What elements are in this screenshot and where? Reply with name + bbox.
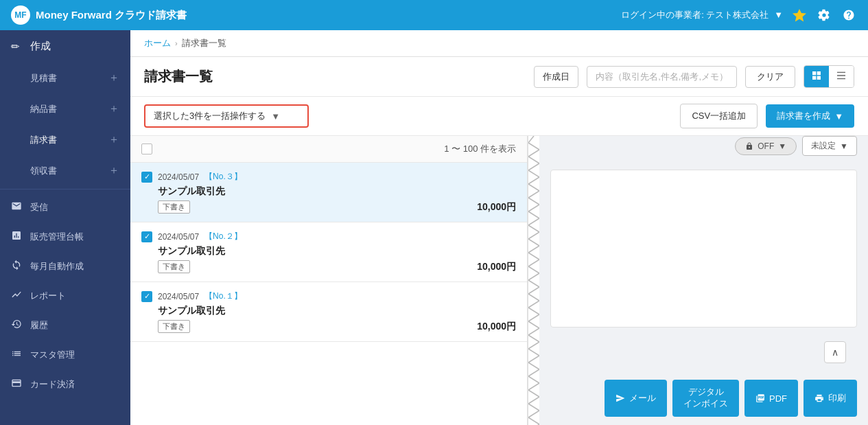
bulk-select-dropdown[interactable]: 選択した3件を一括操作する ▼ <box>144 104 309 128</box>
page-title: 請求書一覧 <box>144 67 213 86</box>
estimate-plus[interactable]: ＋ <box>108 71 119 85</box>
invoice-item-2-status: 下書き <box>158 260 190 273</box>
detail-panel: OFF ▼ 未設定 ▼ ∧ <box>539 136 868 425</box>
sidebar-label-received: 受信 <box>30 201 119 214</box>
sidebar-item-received[interactable]: 受信 <box>0 192 130 222</box>
sidebar-item-create[interactable]: ✏ 作成 <box>0 30 130 62</box>
filter-date-button[interactable]: 作成日 <box>534 66 578 88</box>
sidebar-item-delivery[interactable]: 納品書 ＋ <box>0 93 130 124</box>
sales-icon <box>11 230 25 243</box>
sidebar-label-delivery: 納品書 <box>30 103 108 115</box>
master-icon <box>11 348 25 361</box>
sidebar-item-receipt[interactable]: 領収書 ＋ <box>0 155 130 186</box>
delivery-plus[interactable]: ＋ <box>108 102 119 116</box>
invoice-item-3-client: サンプル取引先 <box>141 305 516 317</box>
digital-invoice-button[interactable]: デジタルインボイス <box>672 380 739 417</box>
receipt-plus[interactable]: ＋ <box>108 163 119 178</box>
breadcrumb-current: 請求書一覧 <box>182 37 226 49</box>
list-panel: 1 〜 100 件を表示 2024/05/07 【No.３】 サンプル取引先 下… <box>130 136 528 425</box>
sidebar-label-auto: 毎月自動作成 <box>30 260 119 273</box>
report-icon <box>11 289 25 302</box>
sidebar-item-card[interactable]: カード決済 <box>0 369 130 399</box>
mail-button[interactable]: メール <box>605 380 667 417</box>
invoice-item-2-footer: 下書き 10,000円 <box>141 260 516 273</box>
content-area: ホーム › 請求書一覧 請求書一覧 作成日 内容（取引先名,件名,備考,メモ） … <box>130 30 868 425</box>
sidebar-item-auto[interactable]: 毎月自動作成 <box>0 251 130 281</box>
filter-unsettled-dropdown[interactable]: 未設定 ▼ <box>802 136 857 156</box>
sidebar-item-master[interactable]: マスタ管理 <box>0 340 130 369</box>
company-chevron[interactable]: ▼ <box>774 10 783 20</box>
csv-button[interactable]: CSV一括追加 <box>680 104 758 128</box>
invoice-item-2-checkbox[interactable] <box>141 231 152 242</box>
sidebar-item-invoice[interactable]: 請求書 ＋ <box>0 124 130 155</box>
view-grid-button[interactable] <box>804 66 829 87</box>
two-panel: 1 〜 100 件を表示 2024/05/07 【No.３】 サンプル取引先 下… <box>130 136 868 425</box>
invoice-item-3-status: 下書き <box>158 320 190 333</box>
invoice-list: 2024/05/07 【No.３】 サンプル取引先 下書き 10,000円 <box>130 163 527 425</box>
create-invoice-label: 請求書を作成 <box>777 110 830 122</box>
badge-icon[interactable] <box>791 7 808 23</box>
select-all-checkbox[interactable] <box>141 143 152 154</box>
chevron-up-container: ∧ <box>539 333 868 371</box>
invoice-item-1-footer: 下書き 10,000円 <box>141 200 516 214</box>
user-info: ログイン中の事業者: テスト株式会社 ▼ <box>621 9 783 21</box>
sidebar: ✏ 作成 見積書 ＋ 納品書 ＋ 請求書 ＋ 領収書 ＋ 受信 <box>0 30 130 425</box>
sidebar-item-sales[interactable]: 販売管理台帳 <box>0 222 130 251</box>
mail-button-label: メール <box>629 392 656 404</box>
page-header: 請求書一覧 作成日 内容（取引先名,件名,備考,メモ） クリア <box>130 57 868 97</box>
chevron-up-button[interactable]: ∧ <box>824 341 846 363</box>
history-icon <box>11 319 25 332</box>
invoice-item-3-header: 2024/05/07 【No.１】 <box>141 290 516 302</box>
view-toggle <box>804 65 854 88</box>
clear-button[interactable]: クリア <box>745 66 795 88</box>
pdf-button[interactable]: PDF <box>744 380 798 417</box>
invoice-item-1-status: 下書き <box>158 200 190 214</box>
invoice-item-2-amount: 10,000円 <box>477 261 516 273</box>
filter-off-label: OFF <box>758 141 774 151</box>
main-layout: ✏ 作成 見積書 ＋ 納品書 ＋ 請求書 ＋ 領収書 ＋ 受信 <box>0 30 868 425</box>
list-count: 1 〜 100 件を表示 <box>444 143 516 155</box>
sidebar-label-history: 履歴 <box>30 319 119 332</box>
print-button[interactable]: 印刷 <box>804 380 857 417</box>
sidebar-item-history[interactable]: 履歴 <box>0 310 130 340</box>
invoice-item-1-date: 2024/05/07 <box>158 172 199 182</box>
card-icon <box>11 378 25 391</box>
invoice-item-3-footer: 下書き 10,000円 <box>141 320 516 333</box>
filter-off-toggle[interactable]: OFF ▼ <box>735 137 797 155</box>
action-bar: 選択した3件を一括操作する ▼ CSV一括追加 請求書を作成 ▼ <box>130 97 868 136</box>
invoice-item-2[interactable]: 2024/05/07 【No.２】 サンプル取引先 下書き 10,000円 <box>130 222 527 282</box>
invoice-item-3-checkbox[interactable] <box>141 291 152 302</box>
logo-icon: MF <box>11 5 30 25</box>
invoice-item-2-no: 【No.２】 <box>204 231 242 242</box>
breadcrumb-separator: › <box>175 39 178 47</box>
sidebar-label-invoice: 請求書 <box>30 134 108 146</box>
invoice-item-1[interactable]: 2024/05/07 【No.３】 サンプル取引先 下書き 10,000円 <box>130 163 527 222</box>
sidebar-label-report: レポート <box>30 290 119 302</box>
action-buttons-row: メール デジタルインボイス PDF 印刷 <box>539 371 868 425</box>
invoice-item-3[interactable]: 2024/05/07 【No.１】 サンプル取引先 下書き 10,000円 <box>130 282 527 342</box>
invoice-plus[interactable]: ＋ <box>108 133 119 147</box>
invoice-item-3-amount: 10,000円 <box>477 321 516 333</box>
create-invoice-chevron: ▼ <box>834 111 843 122</box>
sidebar-label-create: 作成 <box>30 40 119 53</box>
bulk-chevron-icon: ▼ <box>271 111 280 122</box>
sidebar-item-estimate[interactable]: 見積書 ＋ <box>0 62 130 93</box>
invoice-item-1-amount: 10,000円 <box>477 201 516 214</box>
invoice-item-1-checkbox[interactable] <box>141 172 152 183</box>
breadcrumb-home[interactable]: ホーム <box>144 37 171 49</box>
create-invoice-button[interactable]: 請求書を作成 ▼ <box>766 104 854 128</box>
view-list-button[interactable] <box>829 66 854 87</box>
settings-icon[interactable] <box>816 7 832 23</box>
filter-unsettled-chevron: ▼ <box>840 141 848 151</box>
help-icon[interactable] <box>841 7 857 23</box>
invoice-item-2-header: 2024/05/07 【No.２】 <box>141 231 516 242</box>
sidebar-label-estimate: 見積書 <box>30 72 108 84</box>
filter-unsettled-label: 未設定 <box>811 140 836 152</box>
sidebar-item-report[interactable]: レポート <box>0 281 130 310</box>
invoice-item-3-date: 2024/05/07 <box>158 292 199 301</box>
create-icon: ✏ <box>11 41 25 53</box>
sidebar-label-card: カード決済 <box>30 378 119 391</box>
filter-off-chevron: ▼ <box>778 141 786 151</box>
header-logo: MF Money Forward クラウド請求書 <box>11 5 187 25</box>
filter-content-input[interactable]: 内容（取引先名,件名,備考,メモ） <box>587 66 737 88</box>
